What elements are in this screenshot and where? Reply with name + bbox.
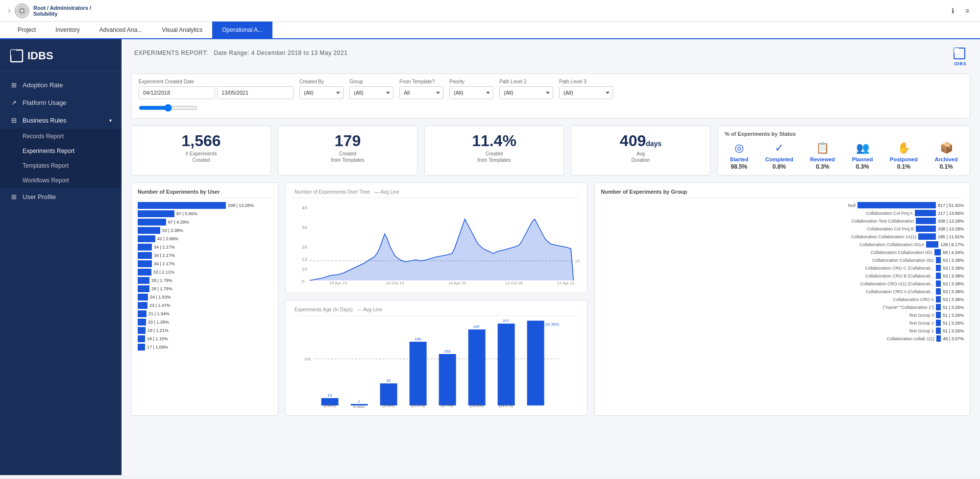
user-bar-row: 42 | 2.68%: [138, 235, 272, 242]
chart-time-title: Number of Experiments Over Time — Avg Li…: [292, 189, 581, 198]
breadcrumb-path: Root / Administrators /: [33, 5, 91, 11]
bar-label: 34 | 2.17%: [154, 253, 175, 258]
svg-text:507: 507: [532, 320, 539, 320]
path-level2-select[interactable]: (All): [499, 86, 553, 99]
group-count: 208 | 13.28%: [938, 227, 964, 231]
group-select[interactable]: (All): [349, 86, 393, 99]
bar-label: 19 | 1.21%: [147, 328, 169, 333]
started-pct: 98.5%: [730, 163, 748, 170]
bar-label: 18 | 1.15%: [147, 336, 168, 341]
svg-text:(18.33%): (18.33%): [469, 404, 483, 408]
priority-select[interactable]: (All): [449, 86, 493, 99]
user-bar-row: 28 | 1.79%: [138, 277, 272, 284]
chart-user-title: Number of Experiments by User: [138, 189, 272, 198]
sidebar-item-templates-report[interactable]: Templates Report: [0, 158, 122, 173]
svg-text:(9.77%): (9.77%): [441, 404, 453, 408]
tab-project[interactable]: Project: [8, 22, 46, 38]
reviewed-pct: 0.3%: [810, 163, 835, 170]
svg-text:30: 30: [302, 225, 307, 230]
sidebar-item-records-report[interactable]: Records Report: [0, 129, 122, 144]
svg-text:13: 13: [327, 393, 332, 398]
sidebar-item-label: Platform Usage: [23, 99, 67, 106]
group-label: Null: [848, 203, 856, 208]
sidebar-item-adoption-rate[interactable]: ⊞ Adoption Rate: [0, 76, 122, 94]
svg-text:12 Oct 20: 12 Oct 20: [505, 281, 523, 285]
svg-text:12 Apr 21: 12 Apr 21: [557, 281, 575, 285]
tab-advanced-ana[interactable]: Advanced Ana...: [90, 22, 152, 38]
bar-label: 21 | 1.34%: [148, 311, 170, 316]
date-from-input[interactable]: [139, 86, 215, 99]
middle-charts: Number of Experiments Over Time — Avg Li…: [285, 182, 588, 416]
bar-fill: [138, 235, 155, 242]
user-bar-row: 19 | 1.21%: [138, 327, 272, 334]
sidebar-item-business-rules[interactable]: ⊟ Business Rules ▾: [0, 111, 122, 129]
kpi-value-2: 179: [288, 133, 407, 149]
filter-group: Group (All): [349, 79, 393, 99]
group-count: 48 | 3.07%: [943, 336, 964, 341]
group-count: 208 | 13.28%: [938, 219, 964, 224]
bar-label: 42 | 2.68%: [157, 236, 178, 241]
user-bar-row: 33 | 2.11%: [138, 269, 272, 276]
sidebar: IDBS ⊞ Adoption Rate ↗ Platform Usage ⊟ …: [0, 39, 122, 475]
kpi-value-1: 1,566: [142, 133, 261, 149]
sidebar-item-label: Business Rules: [23, 117, 67, 124]
group-bar-row: Test Group 3 51 | 3.26%: [601, 312, 964, 318]
kpi-label-4: AvgDuration: [581, 151, 700, 163]
group-count: 185 | 11.81%: [938, 234, 964, 239]
bar-fill: [138, 244, 152, 251]
back-button[interactable]: ›: [8, 5, 11, 16]
svg-text:(32.38%): (32.38%): [545, 323, 559, 327]
created-by-select[interactable]: (All): [299, 86, 343, 99]
svg-rect-3: [11, 50, 16, 55]
sidebar-item-platform-usage[interactable]: ↗ Platform Usage: [0, 94, 122, 111]
started-icon: ◎: [730, 142, 748, 154]
group-count: 68 | 4.34%: [943, 250, 964, 255]
user-bar-row: 21 | 1.34%: [138, 310, 272, 317]
date-range-slider[interactable]: [139, 104, 197, 112]
kpi-experiments-created: 1,566 # ExperimentsCreated: [131, 126, 271, 176]
group-label: Test Group 1: [909, 328, 934, 333]
bar-fill: [138, 227, 160, 234]
sidebar-item-label: User Profile: [23, 193, 56, 201]
report-title: EXPERIMENTS REPORT: Date Range: 4 Decemb…: [131, 47, 347, 57]
svg-rect-37: [439, 354, 456, 405]
status-completed: ✓ Completed 0.8%: [765, 142, 793, 170]
status-reviewed: 📋 Reviewed 0.3%: [810, 142, 835, 170]
svg-text:1: 1: [358, 399, 360, 403]
group-bar-fill: [916, 218, 936, 224]
postponed-pct: 0.1%: [890, 163, 918, 170]
path-level3-label: Path Level 3: [559, 79, 613, 84]
date-to-input[interactable]: [217, 86, 294, 99]
svg-rect-29: [380, 383, 397, 405]
sidebar-item-user-profile[interactable]: ⊞ User Profile: [0, 188, 122, 205]
from-template-label: From Template?: [399, 79, 443, 84]
filter-created-by: Created By (All): [299, 79, 343, 99]
path-level3-select[interactable]: (All): [559, 86, 613, 99]
svg-text:(12.07%): (12.07%): [411, 404, 424, 408]
filter-path-level2: Path Level 2 (All): [499, 79, 553, 99]
bar-fill: [138, 335, 145, 342]
time-chart-svg: 40 30 20 13 10 0 13: [292, 202, 581, 287]
sidebar-logo: IDBS: [0, 39, 122, 71]
group-label: Collaboration CRO A(1) (Collaborati...: [860, 281, 934, 286]
sidebar-item-workflows-report[interactable]: Workflows Report: [0, 173, 122, 188]
tab-visual-analytics[interactable]: Visual Analytics: [152, 22, 212, 38]
tab-operational-a[interactable]: Operational A...: [212, 22, 272, 38]
tab-inventory[interactable]: Inventory: [46, 22, 89, 38]
postponed-label: Postponed: [890, 156, 918, 162]
svg-rect-33: [410, 342, 427, 405]
group-bar-fill: [934, 249, 941, 255]
idbs-label: IDBS: [954, 61, 967, 66]
svg-rect-41: [468, 329, 486, 405]
from-template-select[interactable]: All: [399, 86, 443, 99]
bar-label: 87 | 5.56%: [176, 211, 197, 216]
info-icon[interactable]: ℹ: [948, 6, 957, 16]
sidebar-submenu-business-rules: Records Report Experiments Report Templa…: [0, 129, 122, 188]
filter-priority: Priority (All): [449, 79, 493, 99]
group-label: Collaboration Col Proj B: [867, 227, 914, 231]
sidebar-item-experiments-report[interactable]: Experiments Report: [0, 144, 122, 158]
menu-icon[interactable]: ≡: [962, 6, 972, 16]
bar-fill: [138, 294, 148, 301]
group-bar-fill: [936, 257, 941, 263]
svg-text:377: 377: [503, 320, 510, 323]
